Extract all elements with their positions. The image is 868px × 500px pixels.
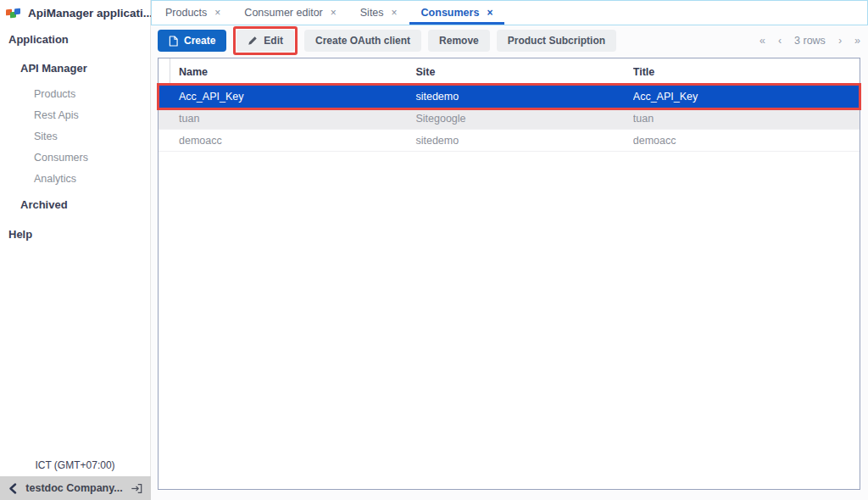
cell-name: demoacc	[170, 135, 415, 147]
product-subscription-button[interactable]: Product Subcription	[497, 30, 616, 52]
company-name[interactable]: testdoc Company...	[18, 482, 131, 494]
pencil-icon	[248, 36, 258, 46]
tab-label: Consumer editor	[244, 7, 322, 19]
annotation-box-edit: Edit	[233, 26, 298, 55]
tab-consumers[interactable]: Consumers ×	[409, 1, 505, 25]
create-oauth-client-button[interactable]: Create OAuth client	[304, 30, 421, 52]
remove-button[interactable]: Remove	[428, 30, 490, 52]
logout-icon[interactable]	[131, 483, 142, 494]
close-icon[interactable]: ×	[214, 7, 220, 19]
column-header-title[interactable]: Title	[633, 66, 860, 78]
column-header-name[interactable]: Name	[170, 66, 415, 78]
app-header: ApiManager applicati...	[0, 0, 150, 25]
close-icon[interactable]: ×	[392, 7, 398, 19]
cell-name: Acc_API_Key	[170, 91, 415, 103]
column-header-site[interactable]: Site	[415, 66, 632, 78]
collapse-chevron-icon[interactable]	[8, 483, 18, 494]
tab-label: Products	[165, 7, 207, 19]
create-button[interactable]: Create	[158, 30, 226, 52]
close-icon[interactable]: ×	[331, 7, 337, 19]
row-count-label: 3 rows	[794, 35, 826, 47]
app-window: ApiManager applicati... Application API …	[0, 0, 868, 500]
pagination: « ‹ 3 rows › »	[760, 35, 860, 47]
sidebar-item-products[interactable]: Products	[34, 88, 75, 100]
tab-consumer-editor[interactable]: Consumer editor ×	[232, 1, 348, 25]
last-page-icon[interactable]: »	[854, 35, 860, 47]
first-page-icon[interactable]: «	[760, 35, 765, 47]
row-select-cell	[159, 108, 170, 129]
sidebar-item-sites[interactable]: Sites	[34, 131, 58, 142]
next-page-icon[interactable]: ›	[838, 35, 842, 47]
edit-button-label: Edit	[264, 35, 283, 47]
sidebar-item-rest-apis[interactable]: Rest Apis	[34, 109, 79, 121]
row-select-column-header	[159, 58, 170, 85]
consumers-table: Name Site Title Acc_API_Key sitedemo Acc…	[158, 58, 860, 490]
sidebar-section-api-manager[interactable]: API Manager	[20, 62, 87, 75]
cell-title: tuan	[633, 113, 860, 125]
tab-sites[interactable]: Sites ×	[348, 1, 409, 25]
sidebar-item-analytics[interactable]: Analytics	[34, 173, 76, 185]
toolbar: Create Edit Create OAuth client Remove P…	[158, 28, 860, 53]
tab-label: Sites	[360, 7, 384, 19]
prev-page-icon[interactable]: ‹	[778, 35, 782, 47]
close-icon[interactable]: ×	[487, 7, 492, 19]
tab-products[interactable]: Products ×	[153, 1, 232, 25]
sidebar-footer-bar: testdoc Company...	[0, 476, 151, 500]
create-button-label: Create	[184, 35, 215, 47]
app-title: ApiManager applicati...	[28, 7, 153, 19]
row-select-cell	[159, 130, 170, 151]
row-select-cell	[159, 86, 170, 108]
sidebar-item-consumers[interactable]: Consumers	[34, 152, 88, 164]
cell-site: sitedemo	[415, 91, 632, 103]
edit-button[interactable]: Edit	[236, 30, 294, 52]
table-header-row: Name Site Title	[159, 58, 860, 86]
main-panel: Products × Consumer editor × Sites × Con…	[151, 0, 868, 500]
table-row[interactable]: demoacc sitedemo demoacc	[159, 130, 860, 152]
tab-bar: Products × Consumer editor × Sites × Con…	[151, 0, 868, 25]
timezone-label: ICT (GMT+07:00)	[0, 459, 150, 471]
tab-label: Consumers	[421, 7, 480, 19]
app-logo-icon	[6, 7, 22, 19]
table-row-selected[interactable]: Acc_API_Key sitedemo Acc_API_Key	[159, 86, 860, 108]
document-icon	[169, 36, 178, 47]
sidebar: ApiManager applicati... Application API …	[0, 0, 151, 500]
cell-site: sitedemo	[415, 135, 632, 147]
sidebar-section-archived[interactable]: Archived	[20, 198, 68, 211]
cell-name: tuan	[170, 113, 415, 125]
sidebar-section-application[interactable]: Application	[8, 33, 69, 46]
sidebar-section-help[interactable]: Help	[8, 228, 32, 241]
cell-title: Acc_API_Key	[633, 91, 860, 103]
table-row[interactable]: tuan Sitegoogle tuan	[159, 108, 860, 130]
cell-site: Sitegoogle	[415, 113, 632, 125]
cell-title: demoacc	[633, 135, 860, 147]
